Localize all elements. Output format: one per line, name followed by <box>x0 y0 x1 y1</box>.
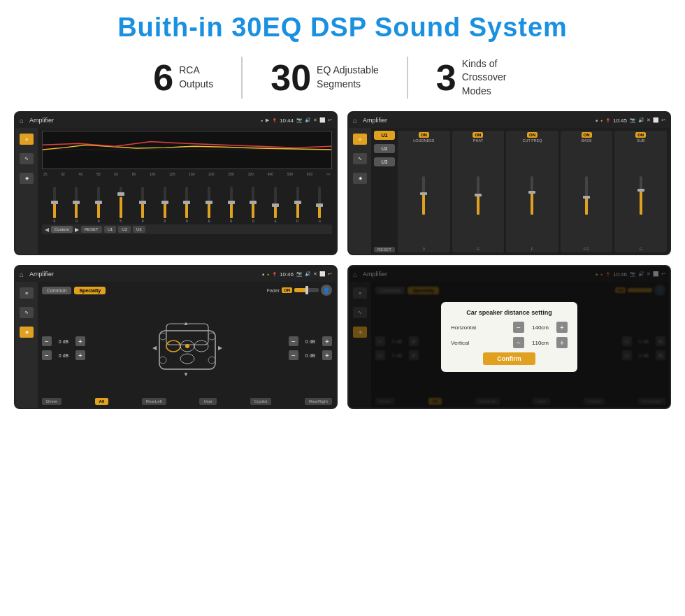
fader-plus-1[interactable]: + <box>75 336 85 346</box>
fader-copilot-btn[interactable]: Copilot <box>250 398 272 405</box>
svg-point-12 <box>208 357 215 364</box>
eq-u1-btn[interactable]: U1 <box>104 226 117 233</box>
eq-slider-7[interactable]: 0 <box>182 187 192 223</box>
eq-top-icons: 📷 🔊 ✕ ⬜ ↩ <box>296 117 332 123</box>
eq-slider-4[interactable]: 5 <box>116 187 126 223</box>
fader-minus-4[interactable]: − <box>289 350 298 360</box>
eq-back-icon[interactable]: ↩ <box>328 117 332 123</box>
crossover-back-icon[interactable]: ↩ <box>661 117 665 123</box>
dialog-horizontal-plus[interactable]: + <box>556 322 568 333</box>
dialog-vertical-minus[interactable]: − <box>513 337 524 348</box>
svg-point-7 <box>180 354 194 364</box>
dialog-horizontal-label: Horizontal <box>451 324 489 331</box>
eq-home-icon[interactable]: ⌂ <box>20 117 24 124</box>
crossover-close-icon[interactable]: ✕ <box>647 117 651 123</box>
fader-minus-1[interactable]: − <box>42 336 52 346</box>
fader-minus-3[interactable]: − <box>289 336 298 346</box>
cv-panel-bass: ON BASS F G <box>561 131 613 252</box>
eq-sliders-row: 0 0 0 <box>42 178 332 223</box>
fader-on-badge: ON <box>282 287 292 293</box>
eq-reset-btn[interactable]: RESET <box>81 226 102 233</box>
eq-prev-btn[interactable]: ◀ <box>45 227 49 233</box>
eq-slider-10[interactable]: 0 <box>248 187 258 223</box>
eq-u3-btn[interactable]: U3 <box>133 226 145 233</box>
crossover-top-bar: ⌂ Amplifier ■ ● 📍 10:45 📷 🔊 ✕ ⬜ ↩ <box>349 113 670 128</box>
crossover-sidebar-wave-icon[interactable]: ∿ <box>353 153 367 164</box>
stat-number-6: 6 <box>153 59 173 96</box>
cv-slider-bass[interactable] <box>585 176 588 215</box>
fader-vol-row-4: − 0 dB + <box>289 350 332 360</box>
eq-sidebar-wave-icon[interactable]: ∿ <box>20 153 34 164</box>
eq-slider-12[interactable]: 0 <box>293 187 303 223</box>
fader-sidebar-wave-icon[interactable]: ∿ <box>20 307 34 318</box>
cv-slider-cutfreq[interactable] <box>531 176 533 215</box>
fader-sidebar-vol-icon[interactable]: ◈ <box>20 327 34 338</box>
svg-point-10 <box>208 333 215 340</box>
fader-val-3: 0 dB <box>301 339 320 344</box>
screens-grid: ⌂ Amplifier ● ▶ 📍 10:44 📷 🔊 ✕ ⬜ ↩ ≡ ∿ ◈ <box>0 106 685 416</box>
stat-crossover: 3 Kinds ofCrossover Modes <box>408 57 560 99</box>
fader-tab-specialty[interactable]: Specialty <box>74 287 106 294</box>
u3-button[interactable]: U3 <box>374 157 395 166</box>
eq-slider-8[interactable]: 0 <box>204 187 214 223</box>
fader-tab-common[interactable]: Common <box>42 287 71 294</box>
dialog-horizontal-value: 140cm <box>527 324 554 331</box>
confirm-button[interactable]: Confirm <box>483 352 535 365</box>
cv-slider-sub[interactable] <box>640 176 642 215</box>
distance-dialog-box: Car speaker distance setting Horizontal … <box>441 302 577 372</box>
eq-screen: ⌂ Amplifier ● ▶ 📍 10:44 📷 🔊 ✕ ⬜ ↩ ≡ ∿ ◈ <box>14 111 338 255</box>
fader-plus-2[interactable]: + <box>75 350 85 360</box>
fader-content: ≡ ∿ ◈ Common Specialty Fader ON <box>15 282 336 408</box>
fader-close-icon[interactable]: ✕ <box>313 271 317 277</box>
eq-time: 10:44 <box>280 117 294 124</box>
eq-slider-13[interactable]: -1 <box>315 187 324 223</box>
fader-profile-icon[interactable]: 👤 <box>321 285 332 296</box>
cv-panel-sub: ON SUB G <box>614 131 667 252</box>
fader-val-4: 0 dB <box>301 353 320 358</box>
u2-button[interactable]: U2 <box>374 144 395 153</box>
cv-label-loudness: LOUDNESS <box>413 138 434 143</box>
crossover-main-panel: U1 U2 U3 RESET ON LOUDNESS <box>371 128 670 254</box>
crossover-reset-btn[interactable]: RESET <box>374 247 395 252</box>
fader-back-icon[interactable]: ↩ <box>328 271 332 277</box>
svg-text:▶: ▶ <box>218 345 223 351</box>
eq-slider-6[interactable]: 0 <box>160 187 170 223</box>
crossover-home-icon[interactable]: ⌂ <box>353 117 357 124</box>
eq-slider-3[interactable]: 0 <box>94 187 103 223</box>
fader-all-btn[interactable]: All <box>95 398 109 405</box>
fader-driver-btn[interactable]: Driver <box>42 398 62 405</box>
eq-sidebar-eq-icon[interactable]: ≡ <box>20 134 34 145</box>
fader-home-icon[interactable]: ⌂ <box>20 271 24 278</box>
eq-play-btn[interactable]: ▶ <box>75 227 79 233</box>
dialog-horizontal-row: Horizontal − 140cm + <box>451 322 568 333</box>
distance-content: ≡ ∿ ◈ Common Specialty ON 👤 <box>349 282 670 408</box>
dialog-vertical-plus[interactable]: + <box>556 337 568 348</box>
fader-cam-icon: 📷 <box>296 271 303 277</box>
fader-user-btn[interactable]: User <box>199 398 217 405</box>
eq-slider-5[interactable]: 0 <box>138 187 147 223</box>
fader-rearleft-btn[interactable]: RearLeft <box>142 398 166 405</box>
eq-sidebar-vol-icon[interactable]: ◈ <box>20 173 34 184</box>
eq-slider-11[interactable]: -1 <box>271 187 280 223</box>
cv-slider-phat[interactable] <box>477 176 480 215</box>
eq-slider-1[interactable]: 0 <box>50 187 59 223</box>
fader-rearright-btn[interactable]: RearRight <box>305 398 332 405</box>
eq-slider-2[interactable]: 0 <box>71 187 81 223</box>
dialog-horizontal-minus[interactable]: − <box>513 322 524 333</box>
eq-u2-btn[interactable]: U2 <box>118 226 131 233</box>
crossover-sidebar-vol-icon[interactable]: ◈ <box>353 173 367 184</box>
cv-on-bass: ON <box>582 132 592 138</box>
fader-slider-h[interactable] <box>294 288 319 292</box>
u1-button[interactable]: U1 <box>374 131 395 140</box>
eq-close-icon[interactable]: ✕ <box>313 117 317 123</box>
fader-plus-4[interactable]: + <box>322 350 332 360</box>
fader-plus-3[interactable]: + <box>322 336 332 346</box>
crossover-side-icons: ≡ ∿ ◈ <box>349 128 371 254</box>
fader-minus-2[interactable]: − <box>42 350 52 360</box>
eq-slider-9[interactable]: 0 <box>226 187 236 223</box>
crossover-sidebar-eq-icon[interactable]: ≡ <box>353 134 367 145</box>
fader-car-area: − 0 dB + − 0 dB + <box>42 301 332 395</box>
fader-sidebar-eq-icon[interactable]: ≡ <box>20 287 34 299</box>
cv-slider-loudness[interactable] <box>422 176 425 215</box>
eq-custom-btn[interactable]: Custom <box>51 226 73 233</box>
